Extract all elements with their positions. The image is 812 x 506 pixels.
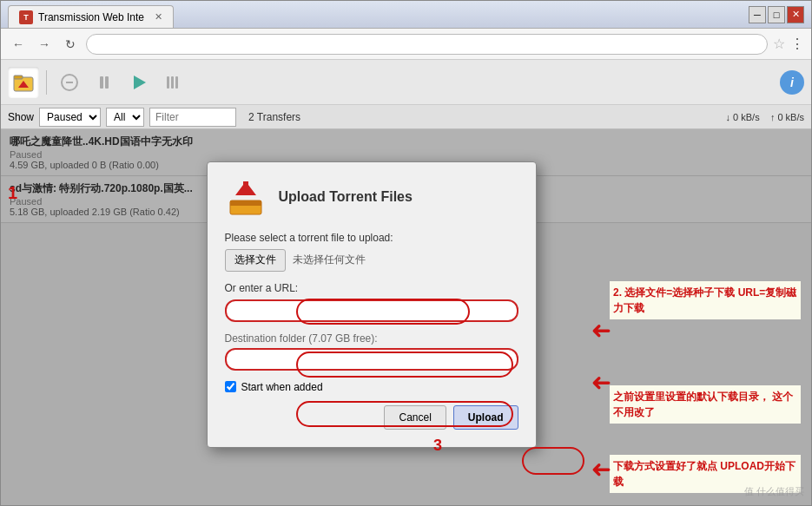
- remove-icon: [59, 72, 80, 93]
- start-checkbox[interactable]: [225, 381, 236, 392]
- file-select-row: 选择文件 未选择任何文件: [225, 249, 518, 272]
- file-select-label: Please select a torrent file to upload:: [225, 232, 518, 244]
- upload-dialog: Upload Torrent Files Please select a tor…: [207, 161, 537, 448]
- dialog-icon: [225, 176, 267, 218]
- address-input[interactable]: 180.159.96.53:59091/transmission/web/: [86, 34, 768, 55]
- remove-btn[interactable]: [54, 67, 85, 98]
- forward-btn[interactable]: →: [34, 34, 55, 55]
- down-speed: ↓ 0 kB/s: [726, 112, 760, 122]
- add-torrent-btn[interactable]: [8, 67, 39, 98]
- tab-area: T Transmission Web Inte ✕: [8, 1, 174, 28]
- up-speed: ↑ 0 kB/s: [770, 112, 804, 122]
- address-bar: ← → ↻ 180.159.96.53:59091/transmission/w…: [1, 29, 811, 60]
- url-label: Or enter a URL:: [225, 282, 518, 294]
- title-bar: T Transmission Web Inte ✕ ─ □ ✕: [1, 1, 811, 29]
- content-area: 哪吒之魔童降世..4K.HD国语中字无水印 Paused 4.59 GB, up…: [1, 129, 811, 505]
- status-filter[interactable]: Paused: [39, 108, 101, 127]
- close-btn[interactable]: ✕: [787, 6, 804, 23]
- tab-icon: T: [19, 10, 33, 24]
- reload-btn[interactable]: ↻: [60, 34, 81, 55]
- add-icon: [11, 70, 36, 95]
- filter-bar: Show Paused All 2 Transfers ↓ 0 kB/s ↑ 0…: [1, 105, 811, 129]
- app-toolbar: i: [1, 60, 811, 105]
- transfer-count: 2 Transfers: [248, 111, 300, 123]
- svg-rect-1: [14, 76, 23, 79]
- window-controls: ─ □ ✕: [749, 6, 804, 23]
- svg-rect-8: [167, 76, 169, 89]
- resume-btn[interactable]: [123, 67, 155, 98]
- svg-rect-12: [230, 200, 261, 206]
- tab-label: Transmission Web Inte: [38, 11, 144, 23]
- file-none-label: 未选择任何文件: [293, 253, 366, 267]
- tab-close-btn[interactable]: ✕: [155, 11, 162, 23]
- svg-marker-7: [134, 76, 146, 89]
- speed-info: ↓ 0 kB/s ↑ 0 kB/s: [726, 112, 804, 122]
- info-btn[interactable]: i: [780, 70, 804, 95]
- info-icon: i: [790, 76, 794, 89]
- menu-icon[interactable]: ⋮: [790, 36, 804, 52]
- svg-rect-10: [175, 76, 178, 89]
- maximize-btn[interactable]: □: [768, 6, 785, 23]
- sep1: [46, 70, 47, 95]
- browser-window: T Transmission Web Inte ✕ ─ □ ✕ ← → ↻ 18…: [0, 0, 812, 506]
- dest-input[interactable]: /srv/dev-disk-by-id-mmc-SDU1_0x14a11ae: [225, 348, 518, 371]
- dialog-header: Upload Torrent Files: [208, 162, 536, 225]
- url-input[interactable]: [225, 299, 518, 322]
- dialog-title: Upload Torrent Files: [279, 189, 413, 205]
- start-checkbox-row: Start when added: [225, 381, 518, 393]
- choose-file-btn[interactable]: 选择文件: [225, 249, 286, 272]
- svg-rect-14: [243, 181, 248, 195]
- filter-input[interactable]: [149, 108, 236, 127]
- show-label: Show: [8, 111, 34, 123]
- dialog-body: Please select a torrent file to upload: …: [208, 225, 536, 447]
- pause-all-icon: [163, 72, 184, 93]
- pause-btn[interactable]: [89, 67, 120, 98]
- start-label: Start when added: [241, 381, 323, 393]
- minimize-btn[interactable]: ─: [749, 6, 766, 23]
- browser-tab[interactable]: T Transmission Web Inte ✕: [8, 5, 174, 28]
- svg-rect-6: [105, 76, 109, 89]
- category-filter[interactable]: All: [106, 108, 144, 127]
- svg-rect-5: [100, 76, 103, 89]
- dialog-footer: Cancel Upload: [225, 405, 518, 433]
- upload-btn[interactable]: Upload: [453, 405, 518, 430]
- pause-all-btn[interactable]: [158, 67, 189, 98]
- dest-label: Destination folder (7.07 GB free):: [225, 332, 518, 345]
- cancel-btn[interactable]: Cancel: [384, 405, 446, 430]
- svg-rect-9: [171, 76, 174, 89]
- modal-overlay[interactable]: Upload Torrent Files Please select a tor…: [1, 129, 811, 505]
- pause-icon: [94, 72, 115, 93]
- resume-icon: [129, 72, 149, 93]
- back-btn[interactable]: ←: [8, 34, 29, 55]
- bookmark-icon[interactable]: ☆: [773, 36, 785, 52]
